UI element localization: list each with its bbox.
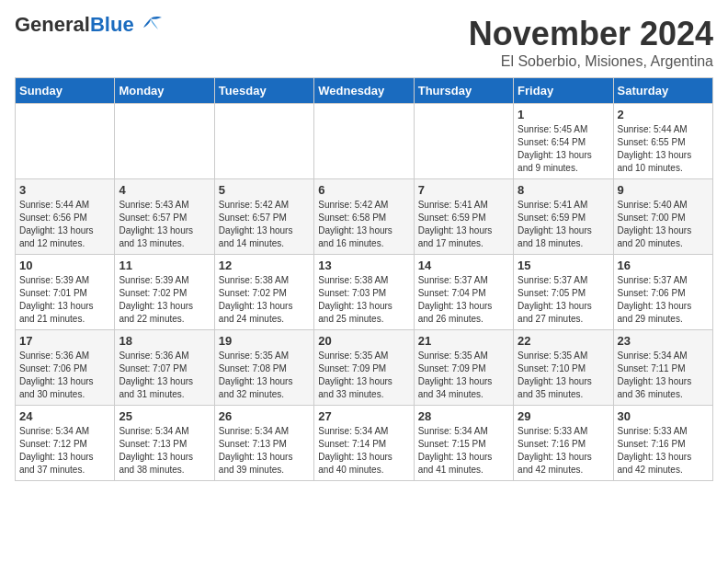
- day-info: Sunrise: 5:33 AM Sunset: 7:16 PM Dayligh…: [518, 425, 609, 477]
- day-number: 13: [318, 259, 409, 272]
- day-number: 15: [518, 259, 609, 272]
- day-number: 3: [19, 183, 110, 197]
- day-number: 21: [418, 334, 509, 348]
- day-of-week-header: Friday: [514, 78, 613, 104]
- day-info: Sunrise: 5:38 AM Sunset: 7:02 PM Dayligh…: [219, 274, 310, 326]
- calendar-week-row: 3Sunrise: 5:44 AM Sunset: 6:56 PM Daylig…: [16, 179, 713, 255]
- day-info: Sunrise: 5:43 AM Sunset: 6:57 PM Dayligh…: [119, 199, 210, 250]
- calendar-day-cell: 15Sunrise: 5:37 AM Sunset: 7:05 PM Dayli…: [514, 255, 613, 330]
- calendar-day-cell: 5Sunrise: 5:42 AM Sunset: 6:57 PM Daylig…: [214, 179, 313, 255]
- day-of-week-header: Tuesday: [214, 78, 313, 104]
- day-info: Sunrise: 5:37 AM Sunset: 7:05 PM Dayligh…: [518, 274, 609, 326]
- calendar-week-row: 10Sunrise: 5:39 AM Sunset: 7:01 PM Dayli…: [16, 255, 713, 330]
- calendar-day-cell: 21Sunrise: 5:35 AM Sunset: 7:09 PM Dayli…: [414, 330, 513, 406]
- day-info: Sunrise: 5:42 AM Sunset: 6:57 PM Dayligh…: [219, 199, 310, 250]
- calendar-day-cell: 11Sunrise: 5:39 AM Sunset: 7:02 PM Dayli…: [115, 255, 214, 330]
- logo-bird-icon: [138, 15, 164, 35]
- day-info: Sunrise: 5:34 AM Sunset: 7:13 PM Dayligh…: [119, 425, 210, 477]
- day-info: Sunrise: 5:34 AM Sunset: 7:14 PM Dayligh…: [318, 425, 409, 477]
- day-info: Sunrise: 5:41 AM Sunset: 6:59 PM Dayligh…: [418, 199, 509, 250]
- calendar-day-cell: 7Sunrise: 5:41 AM Sunset: 6:59 PM Daylig…: [414, 179, 513, 255]
- calendar-day-cell: [414, 104, 513, 179]
- calendar-day-cell: 17Sunrise: 5:36 AM Sunset: 7:06 PM Dayli…: [16, 330, 115, 406]
- day-number: 29: [518, 409, 609, 423]
- day-number: 28: [418, 409, 509, 423]
- calendar-week-row: 1Sunrise: 5:45 AM Sunset: 6:54 PM Daylig…: [16, 104, 713, 179]
- day-info: Sunrise: 5:39 AM Sunset: 7:01 PM Dayligh…: [19, 274, 110, 326]
- day-info: Sunrise: 5:35 AM Sunset: 7:10 PM Dayligh…: [518, 350, 609, 401]
- main-title: November 2024: [469, 15, 713, 53]
- day-number: 1: [518, 108, 609, 121]
- logo-text: GeneralBlue: [15, 15, 134, 35]
- day-number: 16: [618, 259, 709, 272]
- calendar-day-cell: 30Sunrise: 5:33 AM Sunset: 7:16 PM Dayli…: [613, 406, 712, 481]
- calendar-day-cell: 16Sunrise: 5:37 AM Sunset: 7:06 PM Dayli…: [613, 255, 712, 330]
- day-info: Sunrise: 5:41 AM Sunset: 6:59 PM Dayligh…: [518, 199, 609, 250]
- day-number: 17: [19, 334, 110, 348]
- day-info: Sunrise: 5:37 AM Sunset: 7:04 PM Dayligh…: [418, 274, 509, 326]
- calendar-day-cell: 9Sunrise: 5:40 AM Sunset: 7:00 PM Daylig…: [613, 179, 712, 255]
- calendar-day-cell: 23Sunrise: 5:34 AM Sunset: 7:11 PM Dayli…: [613, 330, 712, 406]
- day-of-week-header: Wednesday: [314, 78, 414, 104]
- day-number: 8: [518, 183, 609, 197]
- logo-general: General: [15, 13, 90, 36]
- calendar-day-cell: [115, 104, 214, 179]
- day-info: Sunrise: 5:44 AM Sunset: 6:56 PM Dayligh…: [19, 199, 110, 250]
- calendar-day-cell: 29Sunrise: 5:33 AM Sunset: 7:16 PM Dayli…: [514, 406, 613, 481]
- calendar-day-cell: 19Sunrise: 5:35 AM Sunset: 7:08 PM Dayli…: [214, 330, 313, 406]
- calendar-day-cell: 2Sunrise: 5:44 AM Sunset: 6:55 PM Daylig…: [613, 104, 712, 179]
- day-number: 10: [19, 259, 110, 272]
- day-number: 20: [318, 334, 409, 348]
- calendar-day-cell: 10Sunrise: 5:39 AM Sunset: 7:01 PM Dayli…: [16, 255, 115, 330]
- calendar-day-cell: 4Sunrise: 5:43 AM Sunset: 6:57 PM Daylig…: [115, 179, 214, 255]
- calendar-day-cell: 8Sunrise: 5:41 AM Sunset: 6:59 PM Daylig…: [514, 179, 613, 255]
- calendar-week-row: 24Sunrise: 5:34 AM Sunset: 7:12 PM Dayli…: [16, 406, 713, 481]
- calendar-day-cell: 12Sunrise: 5:38 AM Sunset: 7:02 PM Dayli…: [214, 255, 313, 330]
- calendar-day-cell: [16, 104, 115, 179]
- day-of-week-header: Saturday: [613, 78, 712, 104]
- calendar-day-cell: 6Sunrise: 5:42 AM Sunset: 6:58 PM Daylig…: [314, 179, 414, 255]
- day-info: Sunrise: 5:39 AM Sunset: 7:02 PM Dayligh…: [119, 274, 210, 326]
- day-info: Sunrise: 5:33 AM Sunset: 7:16 PM Dayligh…: [618, 425, 709, 477]
- day-number: 27: [318, 409, 409, 423]
- day-number: 23: [618, 334, 709, 348]
- day-number: 25: [119, 409, 210, 423]
- day-number: 30: [618, 409, 709, 423]
- day-number: 12: [219, 259, 310, 272]
- logo-blue: Blue: [90, 13, 134, 36]
- day-number: 2: [618, 108, 709, 121]
- day-info: Sunrise: 5:35 AM Sunset: 7:09 PM Dayligh…: [418, 350, 509, 401]
- day-number: 4: [119, 183, 210, 197]
- logo: GeneralBlue: [15, 15, 164, 35]
- calendar-day-cell: 13Sunrise: 5:38 AM Sunset: 7:03 PM Dayli…: [314, 255, 414, 330]
- day-info: Sunrise: 5:44 AM Sunset: 6:55 PM Dayligh…: [618, 123, 709, 175]
- day-number: 19: [219, 334, 310, 348]
- day-info: Sunrise: 5:34 AM Sunset: 7:13 PM Dayligh…: [219, 425, 310, 477]
- title-block: November 2024 El Soberbio, Misiones, Arg…: [469, 15, 713, 70]
- day-info: Sunrise: 5:36 AM Sunset: 7:06 PM Dayligh…: [19, 350, 110, 401]
- calendar-day-cell: 1Sunrise: 5:45 AM Sunset: 6:54 PM Daylig…: [514, 104, 613, 179]
- day-number: 6: [318, 183, 409, 197]
- day-number: 9: [618, 183, 709, 197]
- day-info: Sunrise: 5:34 AM Sunset: 7:15 PM Dayligh…: [418, 425, 509, 477]
- day-info: Sunrise: 5:35 AM Sunset: 7:08 PM Dayligh…: [219, 350, 310, 401]
- day-info: Sunrise: 5:34 AM Sunset: 7:12 PM Dayligh…: [19, 425, 110, 477]
- day-info: Sunrise: 5:40 AM Sunset: 7:00 PM Dayligh…: [618, 199, 709, 250]
- day-info: Sunrise: 5:45 AM Sunset: 6:54 PM Dayligh…: [518, 123, 609, 175]
- calendar-day-cell: 18Sunrise: 5:36 AM Sunset: 7:07 PM Dayli…: [115, 330, 214, 406]
- day-number: 14: [418, 259, 509, 272]
- calendar-day-cell: 28Sunrise: 5:34 AM Sunset: 7:15 PM Dayli…: [414, 406, 513, 481]
- page-header: GeneralBlue November 2024 El Soberbio, M…: [15, 15, 713, 70]
- day-info: Sunrise: 5:42 AM Sunset: 6:58 PM Dayligh…: [318, 199, 409, 250]
- calendar-day-cell: 26Sunrise: 5:34 AM Sunset: 7:13 PM Dayli…: [214, 406, 313, 481]
- day-number: 26: [219, 409, 310, 423]
- day-number: 22: [518, 334, 609, 348]
- day-of-week-header: Monday: [115, 78, 214, 104]
- day-info: Sunrise: 5:36 AM Sunset: 7:07 PM Dayligh…: [119, 350, 210, 401]
- day-number: 7: [418, 183, 509, 197]
- day-number: 24: [19, 409, 110, 423]
- day-number: 5: [219, 183, 310, 197]
- calendar-day-cell: 14Sunrise: 5:37 AM Sunset: 7:04 PM Dayli…: [414, 255, 513, 330]
- calendar-day-cell: 27Sunrise: 5:34 AM Sunset: 7:14 PM Dayli…: [314, 406, 414, 481]
- calendar-day-cell: 3Sunrise: 5:44 AM Sunset: 6:56 PM Daylig…: [16, 179, 115, 255]
